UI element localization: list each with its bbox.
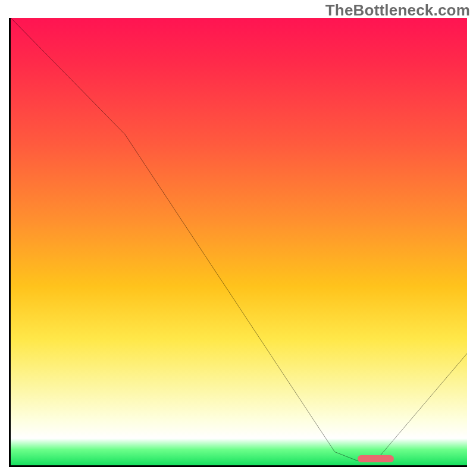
chart-frame: TheBottleneck.com <box>0 0 476 476</box>
optimal-marker <box>358 455 394 462</box>
bottleneck-curve <box>11 18 467 465</box>
plot-area <box>9 18 467 467</box>
curve-path <box>11 18 467 461</box>
watermark-text: TheBottleneck.com <box>325 1 470 20</box>
